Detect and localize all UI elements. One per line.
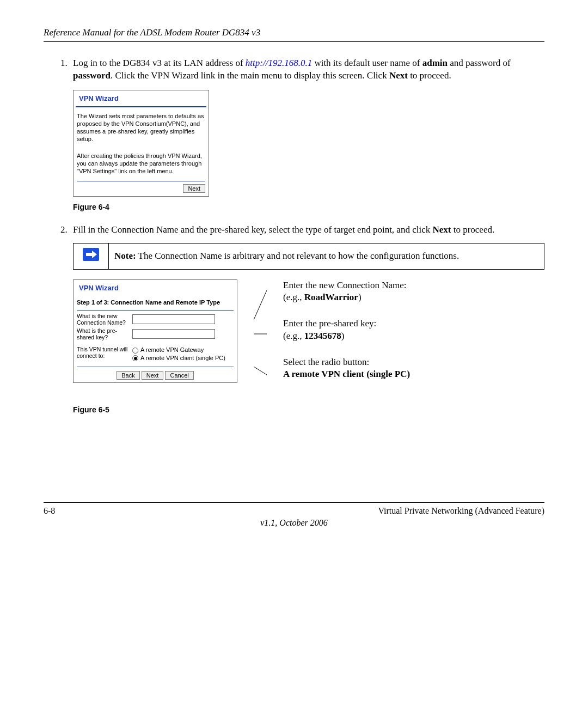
step1-text-3: and password of — [448, 58, 511, 68]
annot2-example: 12345678 — [304, 331, 341, 341]
annot-radio: Select the radio button: A remote VPN cl… — [283, 356, 410, 380]
fig4-paragraph-2: After creating the policies through VPN … — [77, 153, 205, 175]
step1-text-2: with its default user name of — [312, 58, 422, 68]
page-header: Reference Manual for the ADSL Modem Rout… — [44, 27, 544, 42]
section-title: Virtual Private Networking (Advanced Fea… — [378, 506, 544, 516]
radio-option-gateway[interactable]: A remote VPN Gateway — [132, 346, 225, 354]
content-area: Log in to the DG834 v3 at its LAN addres… — [54, 57, 544, 415]
svg-line-0 — [254, 290, 267, 320]
annot2-pre: (e.g., — [283, 331, 304, 341]
note-text: The Connection Name is arbitrary and not… — [136, 251, 460, 261]
step2-text-1: Fill in the Connection Name and the pre-… — [73, 224, 432, 235]
step-2: Fill in the Connection Name and the pre-… — [70, 224, 544, 415]
annot1-pre: (e.g., — [283, 292, 304, 302]
fig5-q1-label: What is the new Connection Name? — [77, 313, 129, 326]
lan-address-link[interactable]: http://192.168.0.1 — [246, 58, 312, 68]
figure-6-4-screenshot: VPN Wizard The Wizard sets most paramete… — [73, 90, 544, 197]
step1-text-4: . Click the VPN Wizard link in the main … — [111, 70, 389, 81]
annot1-example: RoadWarrior — [304, 292, 358, 302]
annot-connection-name: Enter the new Connection Name: (e.g., Ro… — [283, 279, 410, 303]
steps-list: Log in to the DG834 v3 at its LAN addres… — [54, 57, 544, 415]
figure-6-5-row: VPN Wizard Step 1 of 3: Connection Name … — [73, 279, 544, 399]
annot1-post: ) — [358, 292, 362, 302]
step2-next: Next — [432, 224, 451, 235]
page-footer: 6-8 Virtual Private Networking (Advanced… — [44, 502, 544, 516]
step1-text-1: Log in to the DG834 v3 at its LAN addres… — [73, 58, 246, 68]
note-box: Note: The Connection Name is arbitrary a… — [73, 243, 544, 270]
radio-option-client[interactable]: A remote VPN client (single PC) — [132, 354, 225, 362]
step1-text-5: to proceed. — [408, 70, 451, 81]
note-icon-cell — [74, 244, 109, 270]
page-number: 6-8 — [44, 506, 55, 516]
figure-6-5-annotations: Enter the new Connection Name: (e.g., Ro… — [283, 279, 410, 380]
annot1-line1: Enter the new Connection Name: — [283, 279, 410, 291]
fig5-step-label: Step 1 of 3: Connection Name and Remote … — [77, 296, 234, 308]
connection-name-input[interactable] — [132, 314, 215, 324]
version-line: v1.1, October 2006 — [44, 518, 544, 528]
fig4-window-title: VPN Wizard — [76, 90, 206, 108]
fig5-q2-label: What is the pre-shared key? — [77, 327, 129, 340]
step1-next: Next — [389, 70, 408, 81]
annot2-line1: Enter the pre-shared key: — [283, 318, 410, 330]
fig5-back-button[interactable]: Back — [117, 371, 139, 380]
svg-line-2 — [254, 367, 267, 375]
step2-text-2: to proceed. — [451, 224, 494, 235]
note-text-cell: Note: The Connection Name is arbitrary a… — [109, 244, 544, 270]
fig5-next-button[interactable]: Next — [142, 371, 164, 380]
fig5-cancel-button[interactable]: Cancel — [165, 371, 193, 380]
annot3-line2: A remote VPN client (single PC) — [283, 368, 410, 380]
fig5-window-title: VPN Wizard — [76, 280, 235, 296]
annot3-line1: Select the radio button: — [283, 356, 410, 368]
fig4-paragraph-1: The Wizard sets most parameters to defau… — [77, 113, 205, 143]
preshared-key-input[interactable] — [132, 329, 215, 339]
default-password: password — [73, 70, 111, 81]
figure-6-5-caption: Figure 6-5 — [73, 405, 544, 415]
callout-lines — [254, 279, 267, 399]
figure-6-4-caption: Figure 6-4 — [73, 202, 544, 212]
annot-preshared-key: Enter the pre-shared key: (e.g., 1234567… — [283, 318, 410, 342]
annot2-post: ) — [341, 331, 345, 341]
figure-6-5-screenshot: VPN Wizard Step 1 of 3: Connection Name … — [73, 279, 237, 383]
step-1: Log in to the DG834 v3 at its LAN addres… — [70, 57, 544, 212]
fig5-opt2-label: A remote VPN client (single PC) — [140, 355, 225, 361]
fig4-next-button[interactable]: Next — [183, 184, 205, 193]
default-username: admin — [422, 58, 448, 68]
fig5-q3-label: This VPN tunnel will connect to: — [77, 346, 129, 359]
fig5-opt1-label: A remote VPN Gateway — [140, 346, 204, 353]
arrow-right-icon — [83, 248, 99, 261]
note-label: Note: — [114, 251, 136, 261]
